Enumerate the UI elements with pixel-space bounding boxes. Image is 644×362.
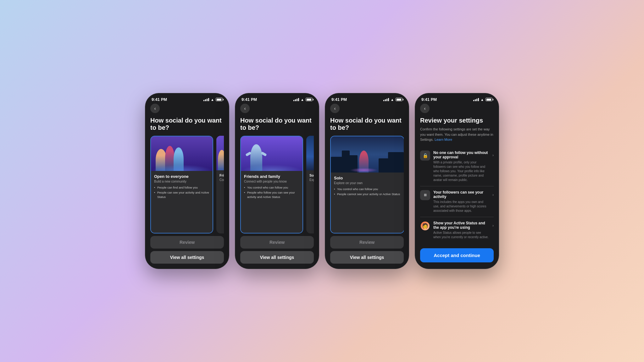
- bullet-solo-1: You control who can follow you: [334, 187, 401, 191]
- bullet-friends-1: You control who can follow you: [244, 185, 299, 189]
- accept-continue-button[interactable]: Accept and continue: [420, 248, 494, 262]
- user-avatar: 🧑: [421, 222, 430, 230]
- card-subtitle-solo: Explore on your own: [334, 181, 401, 185]
- setting-activity-text: Your followers can see your activity Thi…: [433, 190, 489, 213]
- card-image-solo: [331, 136, 404, 173]
- setting-no-follow-text: No one can follow you without your appro…: [433, 151, 489, 182]
- phone-4: 9:41 PM ▲ ‹ Review your settings Confirm…: [415, 93, 499, 269]
- cards-area-1: Open to everyone Build a new community P…: [150, 136, 224, 233]
- avatar-icon: 🧑: [420, 221, 430, 231]
- learn-more-link[interactable]: Learn More: [435, 138, 452, 141]
- battery-icon-2: [306, 98, 313, 101]
- setting-active-status-desc: Active Status allows people to see when …: [433, 231, 489, 239]
- back-arrow-1: ‹: [154, 106, 156, 111]
- card-bullets-solo: You control who can follow you People ca…: [334, 187, 401, 196]
- back-arrow-2: ‹: [244, 106, 246, 111]
- page-title-1: How social do you want to be?: [150, 117, 224, 131]
- setting-activity-desc: This includes the apps you own and use, …: [433, 200, 489, 213]
- bullet-open-1: People can find and follow you: [154, 185, 209, 189]
- card-body-friends-peek: Frie... Conn...: [216, 170, 224, 233]
- chevron-right-icon-2: ›: [492, 193, 494, 197]
- card-open[interactable]: Open to everyone Build a new community P…: [150, 136, 213, 233]
- card-subtitle-open: Build a new community: [154, 180, 209, 183]
- phone-1-content: ‹ How social do you want to be?: [145, 104, 229, 233]
- time-1: 9:41 PM: [152, 97, 167, 102]
- page-title-2: How social do you want to be?: [240, 117, 314, 131]
- card-body-solo: Solo Explore on your own You control who…: [331, 173, 404, 233]
- back-arrow-4: ‹: [424, 106, 426, 111]
- battery-icon-1: [216, 98, 223, 101]
- setting-no-follow-desc: With a private profile, only your follow…: [433, 160, 489, 182]
- card-image-friends: [241, 136, 303, 171]
- card-image-friends-peek: [216, 136, 224, 170]
- status-bar-3: 9:41 PM ▲: [325, 93, 409, 104]
- phone-3: 9:41 PM ▲ ‹ How social do you want to be…: [325, 93, 409, 269]
- setting-no-follow-title: No one can follow you without your appro…: [433, 151, 489, 159]
- setting-active-status[interactable]: 🧑 Show your Active Status and the app yo…: [420, 217, 494, 243]
- status-icons-3: ▲: [383, 98, 402, 101]
- card-solo[interactable]: Solo Explore on your own You control who…: [330, 136, 404, 233]
- setting-activity[interactable]: ⊞ Your followers can see your activity T…: [420, 186, 494, 217]
- battery-icon-4: [486, 98, 492, 101]
- card-solo-peek[interactable]: So... Expl...: [306, 136, 314, 233]
- bullet-friends-2: People who follow you can see your activ…: [244, 190, 299, 199]
- time-2: 9:41 PM: [242, 97, 257, 102]
- chevron-right-icon-1: ›: [492, 153, 494, 157]
- phone-1-footer: Review View all settings: [145, 233, 229, 269]
- bullet-solo-2: People cannot see your activity or Activ…: [334, 192, 401, 196]
- card-image-open: [151, 136, 213, 171]
- card-image-solo-peek: [306, 136, 314, 170]
- view-all-button-1[interactable]: View all settings: [150, 251, 224, 264]
- review-button-3[interactable]: Review: [330, 236, 404, 249]
- back-button-3[interactable]: ‹: [330, 104, 340, 113]
- time-4: 9:41 PM: [421, 97, 437, 102]
- phones-container: 9:41 PM ▲ ‹ How social do you want to be…: [145, 93, 499, 269]
- signal-icon-3: [383, 98, 389, 101]
- signal-icon-4: [473, 98, 479, 101]
- back-button-4[interactable]: ‹: [420, 104, 430, 113]
- wifi-icon-2: ▲: [301, 98, 304, 101]
- card-subtitle-friends: Connect with people you know: [244, 180, 299, 183]
- setting-activity-title: Your followers can see your activity: [433, 190, 489, 199]
- wifi-icon-4: ▲: [480, 98, 484, 101]
- review-button-1[interactable]: Review: [150, 236, 224, 249]
- card-body-friends: Friends and family Connect with people y…: [241, 171, 303, 233]
- card-bullets-open: People can find and follow you People ca…: [154, 185, 209, 199]
- chevron-right-icon-3: ›: [492, 223, 494, 228]
- setting-no-follow[interactable]: 🔒 No one can follow you without your app…: [420, 147, 494, 186]
- wifi-icon-3: ▲: [391, 98, 394, 101]
- bullet-open-2: People can see your activity and Active …: [154, 190, 209, 199]
- card-bullets-friends: You control who can follow you People wh…: [244, 185, 299, 199]
- cards-area-2: Friends and family Connect with people y…: [240, 136, 314, 233]
- status-icons-4: ▲: [473, 98, 492, 101]
- view-all-button-3[interactable]: View all settings: [330, 251, 404, 264]
- status-bar-4: 9:41 PM ▲: [415, 93, 499, 104]
- page-title-3: How social do you want to be?: [330, 117, 404, 131]
- grid-icon: ⊞: [420, 190, 430, 200]
- phone-2-content: ‹ How social do you want to be?: [235, 104, 319, 233]
- status-icons-1: ▲: [203, 98, 223, 101]
- card-title-solo: Solo: [334, 176, 401, 180]
- card-body-solo-peek: So... Expl...: [306, 170, 314, 233]
- back-button-1[interactable]: ‹: [150, 104, 160, 113]
- phone-1: 9:41 PM ▲ ‹ How social do you want to be…: [145, 93, 229, 269]
- setting-active-status-title: Show your Active Status and the app you'…: [433, 221, 489, 230]
- view-all-button-2[interactable]: View all settings: [240, 251, 314, 264]
- review-subtitle: Confirm the following settings are set t…: [420, 127, 494, 142]
- card-friends-peek[interactable]: Frie... Conn...: [216, 136, 224, 233]
- phone-4-content: ‹ Review your settings Confirm the follo…: [415, 104, 499, 246]
- card-friends[interactable]: Friends and family Connect with people y…: [240, 136, 303, 233]
- review-button-2[interactable]: Review: [240, 236, 314, 249]
- status-icons-2: ▲: [293, 98, 313, 101]
- back-button-2[interactable]: ‹: [240, 104, 250, 113]
- status-bar-2: 9:41 PM ▲: [235, 93, 319, 104]
- wifi-icon-1: ▲: [211, 98, 214, 101]
- back-arrow-3: ‹: [334, 106, 336, 111]
- phone-4-footer: Accept and continue: [415, 246, 499, 269]
- card-title-friends: Friends and family: [244, 174, 299, 179]
- cards-area-3: Solo Explore on your own You control who…: [330, 136, 404, 233]
- phone-3-content: ‹ How social do you want to be?: [325, 104, 409, 233]
- card-title-open: Open to everyone: [154, 174, 209, 179]
- setting-active-status-text: Show your Active Status and the app you'…: [433, 221, 489, 239]
- phone-2: 9:41 PM ▲ ‹ How social do you want to be…: [235, 93, 319, 269]
